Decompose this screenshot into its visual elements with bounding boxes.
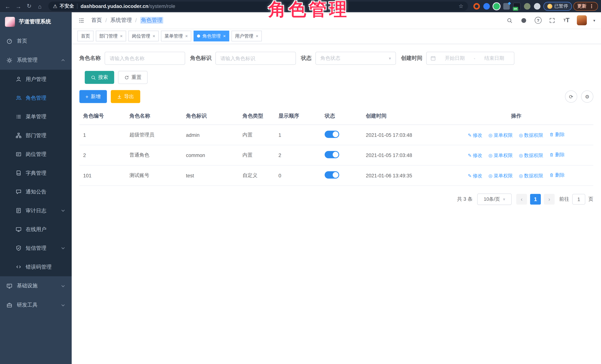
font-size-icon[interactable]: TT: [563, 17, 570, 24]
home-button[interactable]: ⌂: [35, 1, 44, 11]
menu-kebab-icon[interactable]: ⋮: [589, 3, 594, 9]
sidebar-item-roles[interactable]: 角色管理: [0, 89, 72, 107]
bookmark-star-icon[interactable]: ☆: [459, 3, 463, 9]
extension-icon-dark[interactable]: on: [513, 2, 521, 10]
close-icon[interactable]: ×: [120, 34, 123, 38]
extension-icon-blue[interactable]: [483, 3, 490, 10]
refresh-icon[interactable]: ⟳: [565, 90, 577, 103]
total-count: 共 3 条: [457, 196, 473, 203]
delete-link[interactable]: 删除: [549, 172, 565, 178]
back-button[interactable]: ←: [3, 1, 12, 11]
avatar[interactable]: [577, 15, 587, 25]
menu-permission-link[interactable]: ◎菜单权限: [488, 132, 513, 138]
sidebar-item-error-codes[interactable]: 错误码管理: [0, 257, 72, 276]
tab-departments[interactable]: 部门管理×: [96, 31, 126, 41]
delete-link[interactable]: 删除: [549, 151, 565, 158]
menu-permission-link[interactable]: ◎菜单权限: [488, 152, 513, 159]
close-icon[interactable]: ×: [153, 34, 155, 38]
reload-button[interactable]: ↻: [24, 1, 34, 11]
tab-home[interactable]: 首页: [77, 31, 93, 41]
data-permission-link[interactable]: ◎数据权限: [519, 152, 543, 159]
sidebar-item-label: 审计日志: [26, 207, 47, 214]
close-icon[interactable]: ×: [185, 34, 188, 38]
tab-users[interactable]: 用户管理×: [231, 31, 262, 41]
col-create-time: 创建时间: [362, 108, 439, 125]
fullscreen-icon[interactable]: [548, 17, 556, 24]
update-button[interactable]: 更新 ⋮: [573, 2, 598, 10]
data-permission-link[interactable]: ◎数据权限: [519, 132, 543, 138]
goto-page-input[interactable]: [572, 194, 585, 205]
url-bar[interactable]: ⚠ 不安全 dashboard.yudao.iocoder.cn/system/…: [48, 1, 468, 11]
extension-icon-grid[interactable]: [503, 3, 510, 10]
sidebar-item-dev-tools[interactable]: 研发工具: [0, 295, 72, 315]
tab-positions[interactable]: 岗位管理×: [128, 31, 159, 41]
circle-check-icon: ◎: [488, 173, 492, 178]
help-icon[interactable]: ?: [534, 17, 542, 24]
tab-menus[interactable]: 菜单管理×: [161, 31, 191, 41]
sidebar-item-audit-log[interactable]: 审计日志: [0, 201, 72, 220]
role-key-input[interactable]: [215, 52, 296, 65]
breadcrumb-system[interactable]: 系统管理: [110, 17, 132, 24]
status-select[interactable]: 角色状态 ▾: [315, 52, 396, 65]
status-toggle-on[interactable]: [325, 151, 339, 158]
search-button[interactable]: 搜索: [85, 71, 114, 84]
app-logo[interactable]: 芋道管理系统: [0, 12, 72, 31]
reset-button[interactable]: 重置: [118, 71, 147, 84]
search-icon[interactable]: [506, 17, 514, 24]
filter-label: 状态: [301, 55, 312, 62]
extension-icon-monkey[interactable]: [524, 3, 531, 10]
prev-page-button[interactable]: ‹: [516, 194, 527, 205]
github-icon[interactable]: [520, 17, 528, 24]
sidebar-item-system[interactable]: 系统管理: [0, 50, 72, 70]
extensions-puzzle-icon[interactable]: [534, 3, 541, 10]
col-status: 状态: [321, 108, 362, 125]
cell-name: 普通角色: [126, 145, 182, 165]
menu-permission-link[interactable]: ◎菜单权限: [488, 173, 513, 179]
role-name-input[interactable]: [105, 52, 185, 65]
hamburger-icon[interactable]: [77, 17, 85, 24]
edit-link[interactable]: ✎修改: [468, 152, 482, 159]
sidebar-item-menus[interactable]: 菜单管理: [0, 107, 72, 126]
pagination: 共 3 条 10条/页 ▾ ‹ 1 › 前往 页: [79, 194, 593, 205]
edit-link[interactable]: ✎修改: [468, 132, 482, 138]
security-chip[interactable]: ⚠ 不安全: [53, 3, 74, 10]
cell-id: 1: [79, 125, 126, 145]
sidebar-item-notices[interactable]: 通知公告: [0, 182, 72, 201]
page-1-button[interactable]: 1: [530, 194, 541, 205]
trash-icon: [549, 132, 554, 137]
data-permission-link[interactable]: ◎数据权限: [519, 173, 543, 179]
sidebar-item-dictionary[interactable]: 字典管理: [0, 164, 72, 182]
sidebar-item-home[interactable]: 首页: [0, 31, 72, 50]
add-button[interactable]: + 新增: [79, 90, 107, 103]
sidebar-item-departments[interactable]: 部门管理: [0, 126, 72, 145]
close-icon[interactable]: ×: [223, 34, 226, 38]
caret-down-icon[interactable]: ▾: [593, 18, 595, 22]
status-toggle-on[interactable]: [325, 131, 339, 138]
warning-icon: ⚠: [53, 3, 57, 9]
settings-icon[interactable]: ⚙: [581, 90, 593, 103]
extension-icon-orange[interactable]: [473, 3, 480, 10]
extension-icon-green[interactable]: [493, 3, 500, 10]
circle-check-icon: ◎: [519, 173, 523, 178]
delete-link[interactable]: 删除: [549, 131, 565, 138]
security-label: 不安全: [60, 3, 74, 10]
sidebar-item-users[interactable]: 用户管理: [0, 70, 72, 89]
cell-order: 1: [275, 125, 321, 145]
tab-roles-active[interactable]: 角色管理×: [193, 31, 229, 41]
date-range-picker[interactable]: 开始日期 - 结束日期: [426, 52, 514, 65]
paused-badge[interactable]: 已暂停: [544, 2, 572, 10]
chevron-up-icon: [61, 58, 65, 62]
sidebar-item-sms[interactable]: 短信管理: [0, 239, 72, 257]
sidebar-item-positions[interactable]: 岗位管理: [0, 145, 72, 164]
page-size-select[interactable]: 10条/页 ▾: [477, 194, 512, 205]
sidebar-item-infrastructure[interactable]: 基础设施: [0, 276, 72, 295]
next-page-button[interactable]: ›: [544, 194, 555, 205]
export-button[interactable]: 导出: [110, 90, 140, 103]
book-icon: [16, 170, 21, 176]
breadcrumb-home[interactable]: 首页: [91, 17, 102, 24]
edit-link[interactable]: ✎修改: [468, 173, 482, 179]
close-icon[interactable]: ×: [256, 34, 258, 38]
sidebar-item-online-users[interactable]: 在线用户: [0, 220, 72, 239]
forward-button[interactable]: →: [14, 1, 23, 11]
status-toggle-on[interactable]: [325, 171, 339, 178]
